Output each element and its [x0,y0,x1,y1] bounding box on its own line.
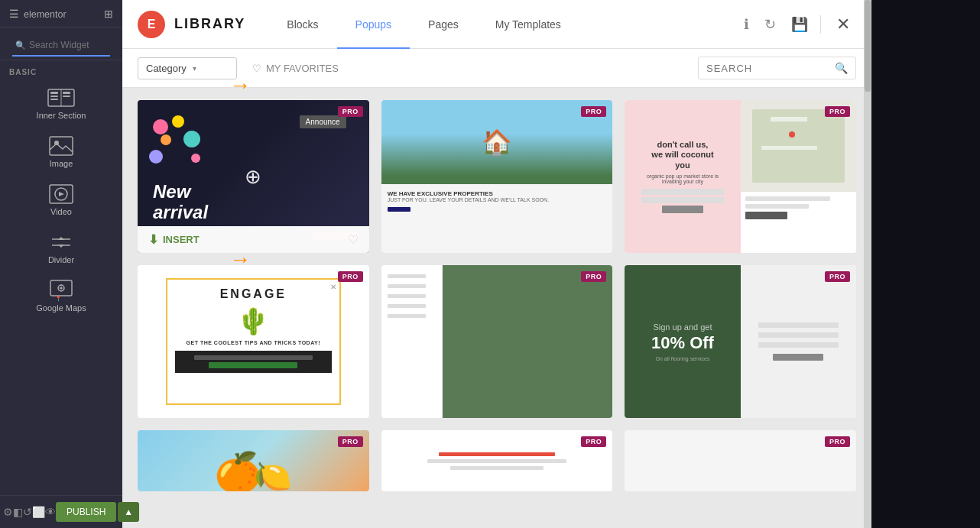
tab-pages[interactable]: Pages [410,2,477,50]
search-icon: 🔍 [835,62,848,74]
pro-badge-1: PRO [338,106,363,117]
divider-icon [47,232,75,253]
svg-marker-16 [58,245,64,248]
template-6-sub: On all flooring services [656,356,710,361]
category-label: Category [146,63,187,74]
inner-section-icon [47,87,75,109]
modal-content: Announce ⊕ Newarrival [122,88,871,528]
template-card-7[interactable]: 🍊 🍋 PRO [138,430,369,491]
template-1-announce: Announce [300,115,346,128]
my-favorites-button[interactable]: ♡ MY FAVORITES [246,60,345,77]
video-label: Video [50,207,72,216]
main-area: → → E LIBRARY Blocks Popups Pages My Tem… [122,0,980,528]
video-icon [47,183,75,205]
history-icon[interactable]: ↺ [23,506,32,518]
sync-icon[interactable]: ↻ [761,13,779,36]
pro-badge-8: PRO [581,436,606,447]
sidebar-item-video[interactable]: Video [0,176,122,224]
search-templates-input[interactable] [706,63,835,74]
search-templates: 🔍 [698,57,856,79]
pro-badge-9: PRO [825,436,850,447]
tab-blocks[interactable]: Blocks [268,2,336,50]
tab-popups[interactable]: Popups [337,2,410,50]
template-4-title: ENGAGE [220,287,287,301]
sidebar-bottom-bar: ⚙ ◧ ↺ ⬜ 👁 PUBLISH ▲ [0,495,122,528]
template-4-subtitle: GET THE COOLEST TIPS AND TRICKS TODAY! [187,339,320,346]
publish-button[interactable]: PUBLISH [56,502,116,522]
modal-tabs: Blocks Popups Pages My Templates [268,0,741,48]
preview-icon[interactable]: 👁 [45,506,56,518]
template-card-8[interactable]: PRO [381,430,613,491]
responsive-icon[interactable]: ⬜ [32,506,45,518]
sidebar-item-google-maps[interactable]: 📍 Google Maps [0,272,122,320]
tab-my-templates[interactable]: My Templates [477,2,579,50]
layers-icon[interactable]: ◧ [13,506,23,518]
hamburger-icon[interactable]: ☰ [9,8,19,20]
scrollbar[interactable] [864,0,871,528]
template-card-9[interactable]: PRO [625,430,856,491]
templates-grid: Announce ⊕ Newarrival [138,100,856,491]
category-dropdown[interactable]: Category ▾ [138,57,237,79]
search-widget-input[interactable] [29,40,107,50]
card-overlay-1: ⬇ INSERT ♡ [138,226,369,253]
settings-icon[interactable]: ⚙ [3,506,13,518]
pro-badge-6: PRO [825,271,850,282]
svg-rect-7 [63,96,70,97]
download-icon: ⬇ [148,232,158,247]
divider-label: Divider [48,255,74,264]
header-divider [820,15,821,34]
chevron-down-icon: ▾ [193,64,196,73]
modal-header-actions: ℹ ↻ 💾 ✕ [741,11,856,37]
pro-badge-4: PRO [338,271,363,282]
library-title: LIBRARY [174,16,245,32]
grid-apps-icon[interactable]: ⊞ [104,8,113,20]
close-button[interactable]: ✕ [830,11,856,37]
template-6-signup: Sign up and get [653,322,712,332]
save-icon[interactable]: 💾 [788,13,811,36]
favorites-label: MY FAVORITES [266,63,339,74]
favorite-button-1[interactable]: ♡ [348,232,359,247]
heart-icon: ♡ [252,63,261,74]
image-label: Image [50,159,73,168]
image-icon [47,135,75,157]
svg-text:elementor: elementor [24,9,67,20]
pro-badge-5: PRO [581,271,606,282]
info-icon[interactable]: ℹ [741,13,752,36]
modal-header: E LIBRARY Blocks Popups Pages My Templat… [122,0,871,49]
search-icon: 🔍 [15,40,26,50]
template-2-title: WE HAVE EXCLUSIVE PROPERTIES [388,190,607,197]
google-maps-label: Google Maps [36,303,86,313]
template-3-headline: don't call us,we will coconutyou [651,140,713,170]
template-3-sub: organic pop up market store isinvading y… [647,173,719,184]
template-card-5[interactable]: PRO [381,265,613,418]
library-modal: E LIBRARY Blocks Popups Pages My Templat… [122,0,871,528]
template-card-6[interactable]: Sign up and get 10% Off On all flooring … [625,265,856,418]
inner-section-label: Inner Section [37,111,86,120]
elementor-logo: elementor [24,7,100,21]
sidebar-item-inner-section[interactable]: Inner Section [0,79,122,128]
template-2-text: JUST FOR YOU. LEAVE YOUR DETAILS AND WE'… [388,197,607,202]
svg-rect-3 [50,92,58,94]
publish-arrow-button[interactable]: ▲ [118,502,139,522]
svg-rect-4 [50,96,58,97]
template-card-1[interactable]: Announce ⊕ Newarrival [138,100,369,253]
pro-badge-7: PRO [338,436,363,447]
pro-badge-3: PRO [825,106,850,117]
elementor-library-logo: E [138,11,165,38]
basic-section-label: BASIC [0,60,122,79]
sidebar-item-image[interactable]: Image [0,128,122,176]
modal-overlay: E LIBRARY Blocks Popups Pages My Templat… [122,0,980,528]
insert-button-1[interactable]: ⬇ INSERT [148,232,200,247]
template-6-discount: 10% Off [651,333,714,353]
sidebar-item-divider[interactable]: Divider [0,224,122,272]
template-card-4[interactable]: ✕ ENGAGE 🌵 GET THE COOLEST TIPS AND TRIC… [138,265,369,418]
svg-marker-12 [59,192,64,196]
template-1-text: Newarrival [153,182,208,222]
template-2-btn [388,207,410,212]
google-maps-icon: 📍 [47,280,75,301]
template-card-2[interactable]: 🏠 WE HAVE EXCLUSIVE PROPERTIES JUST FOR … [381,100,613,253]
svg-marker-15 [58,237,64,240]
template-card-3[interactable]: don't call us,we will coconutyou organic… [625,100,856,253]
scrollbar-thumb[interactable] [865,0,871,92]
modal-toolbar: Category ▾ ♡ MY FAVORITES 🔍 [122,49,871,88]
